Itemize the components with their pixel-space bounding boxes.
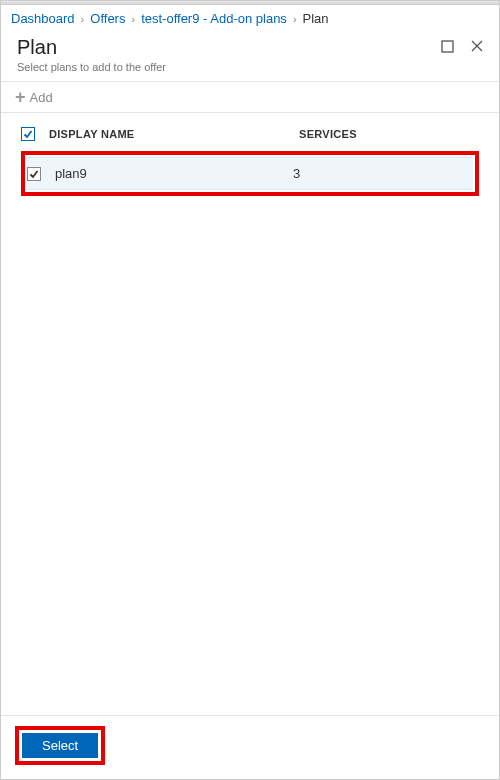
row-checkbox[interactable] [27,167,41,181]
footer: Select [1,715,499,779]
column-header-services[interactable]: SERVICES [299,128,479,140]
chevron-right-icon: › [293,13,297,25]
chevron-right-icon: › [81,13,85,25]
select-button[interactable]: Select [22,733,98,758]
breadcrumb-link-dashboard[interactable]: Dashboard [11,11,75,26]
svg-rect-0 [442,41,453,52]
add-button[interactable]: + Add [1,82,499,113]
highlight-annotation-button: Select [15,726,105,765]
add-label: Add [30,90,53,105]
blade-header: Plan Select plans to add to the offer [1,32,499,82]
highlight-annotation-row: plan9 3 [21,151,479,196]
maximize-button[interactable] [439,38,455,54]
table-row[interactable]: plan9 3 [27,157,473,190]
list-header-row: DISPLAY NAME SERVICES [21,127,479,145]
check-icon [23,129,33,139]
row-name: plan9 [55,166,293,181]
breadcrumb-current: Plan [303,11,329,26]
page-title: Plan [17,36,166,59]
column-header-name[interactable]: DISPLAY NAME [49,128,299,140]
plan-list: DISPLAY NAME SERVICES plan9 3 [1,113,499,196]
close-icon [470,39,484,53]
chevron-right-icon: › [131,13,135,25]
maximize-icon [441,40,454,53]
breadcrumb-link-offers[interactable]: Offers [90,11,125,26]
check-icon [29,169,39,179]
breadcrumb-link-addon-plans[interactable]: test-offer9 - Add-on plans [141,11,287,26]
close-button[interactable] [469,38,485,54]
select-all-checkbox[interactable] [21,127,35,141]
breadcrumb: Dashboard › Offers › test-offer9 - Add-o… [1,5,499,32]
plus-icon: + [15,88,26,106]
row-services: 3 [293,166,473,181]
page-subtitle: Select plans to add to the offer [17,61,166,73]
